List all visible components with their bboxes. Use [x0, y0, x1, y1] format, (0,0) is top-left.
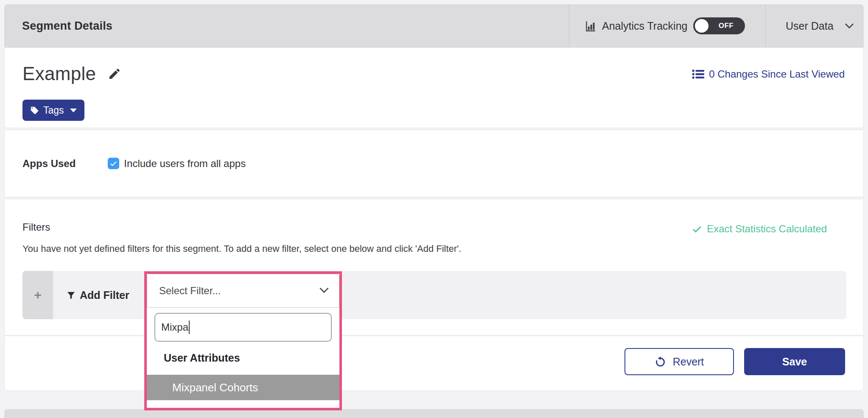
- chevron-down-icon: [319, 287, 329, 293]
- exact-statistics-label: Exact Statistics Calculated: [707, 223, 827, 235]
- funnel-icon: [66, 290, 76, 300]
- text-cursor: [189, 320, 190, 334]
- plus-icon: +: [34, 288, 42, 302]
- apps-used-row: Apps Used Include users from all apps: [22, 130, 246, 197]
- analytics-tracking-toggle[interactable]: OFF: [693, 17, 745, 34]
- segment-details-page: Segment Details Analytics Tracking OFF U…: [0, 0, 868, 418]
- filter-select-placeholder: Select Filter...: [159, 274, 221, 307]
- save-button-label: Save: [782, 356, 807, 368]
- dropdown-group-user-attributes: User Attributes: [164, 352, 240, 364]
- changes-link-label: 0 Changes Since Last Viewed: [709, 68, 845, 80]
- segment-name: Example: [22, 63, 96, 84]
- user-data-menu[interactable]: User Data: [786, 4, 854, 47]
- filter-search-input[interactable]: Mixpa: [154, 313, 332, 342]
- add-filter-label: Add Filter: [80, 289, 129, 301]
- undo-icon: [655, 356, 666, 368]
- next-section-header-strip: [4, 409, 864, 418]
- revert-button[interactable]: Revert: [624, 348, 734, 375]
- header-divider: [765, 4, 766, 47]
- save-button[interactable]: Save: [744, 348, 845, 375]
- include-all-apps-label: Include users from all apps: [124, 158, 246, 170]
- tag-icon: [30, 106, 39, 115]
- filters-heading: Filters: [22, 221, 50, 233]
- include-all-apps-checkbox[interactable]: [108, 158, 119, 169]
- filters-description: You have not yet defined filters for thi…: [22, 243, 461, 254]
- edit-pencil-icon[interactable]: [108, 67, 121, 81]
- header-bar: Segment Details Analytics Tracking OFF U…: [4, 4, 864, 47]
- apps-used-label: Apps Used: [22, 158, 76, 170]
- bar-chart-icon: [585, 20, 596, 32]
- page-title: Segment Details: [22, 4, 112, 47]
- check-icon: [692, 223, 703, 234]
- footer-section: Revert Save: [4, 336, 864, 391]
- toggle-knob: [695, 19, 708, 33]
- dropdown-option-mixpanel-cohorts[interactable]: Mixpanel Cohorts: [147, 375, 339, 400]
- plus-button[interactable]: +: [22, 271, 53, 319]
- changes-since-last-viewed-link[interactable]: 0 Changes Since Last Viewed: [692, 68, 845, 80]
- apps-used-section: Apps Used Include users from all apps: [4, 130, 864, 197]
- analytics-tracking-label: Analytics Tracking: [602, 20, 687, 32]
- filter-select-highlight-box: Select Filter... Mixpa User Attributes M…: [144, 271, 342, 410]
- user-data-label: User Data: [786, 20, 834, 32]
- tags-button[interactable]: Tags: [22, 100, 84, 121]
- tags-button-label: Tags: [43, 105, 64, 116]
- header-divider: [569, 4, 569, 47]
- analytics-tracking-group: Analytics Tracking OFF: [585, 4, 745, 47]
- filter-select-control[interactable]: Select Filter...: [147, 274, 339, 308]
- title-section: Example Tags: [4, 47, 864, 128]
- caret-down-icon: [70, 109, 77, 112]
- add-filter-group: Add Filter: [66, 271, 129, 319]
- revert-button-label: Revert: [673, 356, 704, 368]
- toggle-state-label: OFF: [708, 22, 743, 30]
- segment-name-row: Example: [22, 63, 121, 84]
- exact-statistics-status: Exact Statistics Calculated: [692, 223, 827, 235]
- chevron-down-icon: [845, 23, 854, 29]
- filters-section: Filters Exact Statistics Calculated You …: [4, 199, 864, 335]
- change-list-icon: [692, 69, 705, 80]
- filter-search-value: Mixpa: [161, 321, 188, 333]
